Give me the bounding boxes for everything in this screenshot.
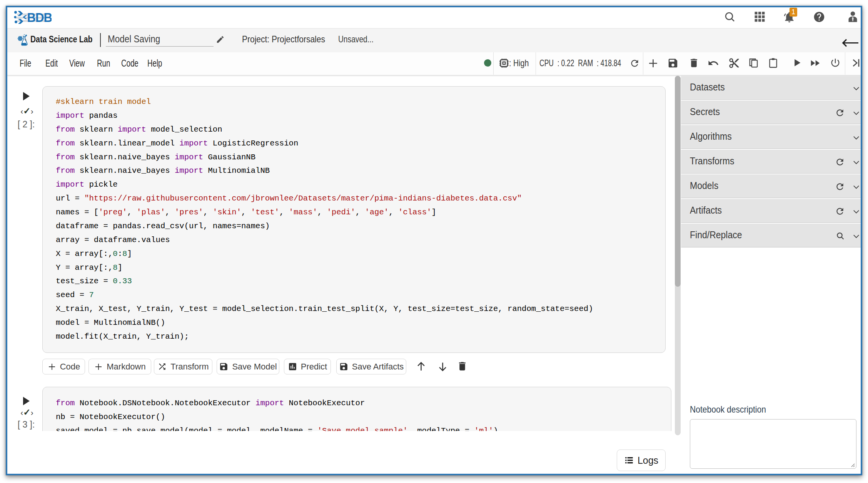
svg-text:BDB: BDB: [27, 10, 52, 25]
